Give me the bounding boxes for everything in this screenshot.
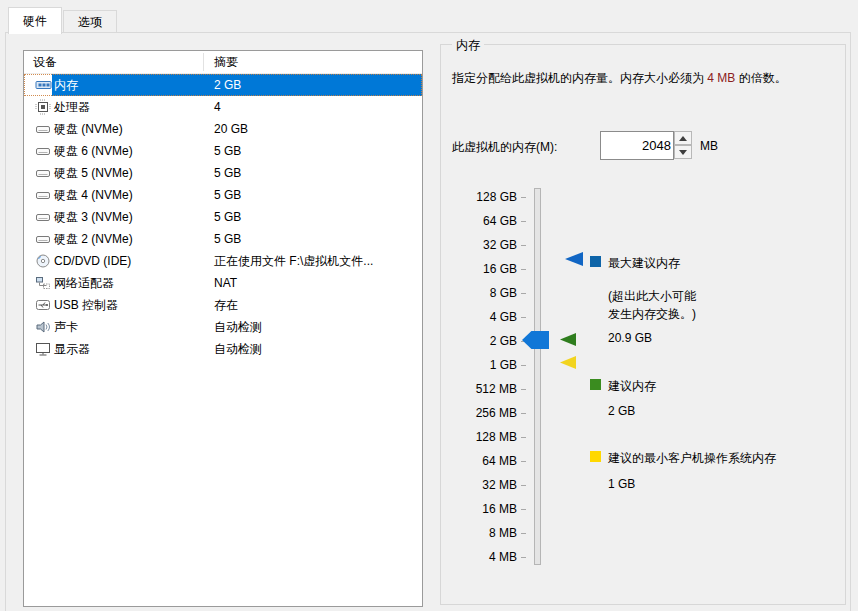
disk-icon — [24, 209, 52, 225]
device-summary: 5 GB — [204, 206, 422, 228]
scale-label: 128 GB — [476, 190, 517, 204]
device-name: 硬盘 2 (NVMe) — [52, 228, 204, 250]
table-row-disk4[interactable]: 硬盘 4 (NVMe) 5 GB — [24, 184, 422, 206]
table-row-disk6[interactable]: 硬盘 6 (NVMe) 5 GB — [24, 140, 422, 162]
tick-mark — [521, 437, 526, 438]
up-arrow-icon — [679, 136, 687, 141]
device-name: USB 控制器 — [52, 294, 204, 316]
device-summary: 正在使用文件 F:\虚拟机文件... — [204, 250, 422, 272]
disk-icon — [24, 121, 52, 137]
scale-label: 64 GB — [483, 214, 517, 228]
table-row-disk5[interactable]: 硬盘 5 (NVMe) 5 GB — [24, 162, 422, 184]
min-memory-value: 1 GB — [608, 477, 635, 491]
max-memory-label: 最大建议内存 — [608, 255, 680, 272]
memory-group-title: 内存 — [452, 38, 484, 52]
display-icon — [24, 341, 52, 357]
table-row-disk[interactable]: 硬盘 (NVMe) 20 GB — [24, 118, 422, 140]
tab-hardware[interactable]: 硬件 — [8, 7, 62, 34]
tick-mark — [521, 557, 526, 558]
column-header-device[interactable]: 设备 — [24, 53, 204, 71]
device-name: 硬盘 5 (NVMe) — [52, 162, 204, 184]
usb-icon — [24, 297, 52, 313]
tick-mark — [521, 293, 526, 294]
scale-label: 4 MB — [489, 550, 517, 564]
device-name: 声卡 — [52, 316, 204, 338]
tick-mark — [521, 317, 526, 318]
down-arrow-icon — [679, 150, 687, 155]
tick-mark — [521, 197, 526, 198]
tick-mark — [521, 389, 526, 390]
table-row-disk2[interactable]: 硬盘 2 (NVMe) 5 GB — [24, 228, 422, 250]
cpu-icon — [24, 99, 52, 115]
disk-icon — [24, 143, 52, 159]
table-row-memory[interactable]: 内存 2 GB — [24, 74, 422, 96]
table-row-display[interactable]: 显示器 自动检测 — [24, 338, 422, 360]
scale-tick: 64 MB — [440, 449, 526, 473]
table-row-usb[interactable]: USB 控制器 存在 — [24, 294, 422, 316]
scale-label: 16 GB — [483, 262, 517, 276]
tick-mark — [521, 461, 526, 462]
scale-label: 8 MB — [489, 526, 517, 540]
tick-mark — [521, 533, 526, 534]
spin-down-button[interactable] — [674, 145, 692, 159]
column-header-summary[interactable]: 摘要 — [204, 53, 238, 71]
device-summary: 20 GB — [204, 118, 422, 140]
memory-size-input[interactable] — [605, 133, 671, 158]
device-table: 设备 摘要 内存 2 GB 处理器 4 硬盘 (NVMe) 20 GB — [23, 50, 423, 607]
ram-icon — [24, 77, 52, 93]
sound-icon — [24, 319, 52, 335]
description-highlight: 4 MB — [707, 71, 735, 85]
table-row-sound[interactable]: 声卡 自动检测 — [24, 316, 422, 338]
table-row-cdrom[interactable]: CD/DVD (IDE) 正在使用文件 F:\虚拟机文件... — [24, 250, 422, 272]
description-text: 指定分配给此虚拟机的内存量。内存大小必须为 — [452, 71, 707, 85]
tab-strip: 硬件 选项 — [0, 0, 858, 33]
memory-slider-track[interactable] — [534, 188, 541, 565]
device-summary: NAT — [204, 272, 422, 294]
device-name: 硬盘 3 (NVMe) — [52, 206, 204, 228]
recommended-memory-label: 建议内存 — [608, 378, 656, 395]
scale-label: 512 MB — [476, 382, 517, 396]
tab-options[interactable]: 选项 — [63, 10, 117, 33]
recommended-memory-value: 2 GB — [608, 404, 635, 418]
cd-icon — [24, 253, 52, 269]
memory-description: 指定分配给此虚拟机的内存量。内存大小必须为 4 MB 的倍数。 — [452, 68, 844, 89]
scale-label: 128 MB — [476, 430, 517, 444]
table-row-processors[interactable]: 处理器 4 — [24, 96, 422, 118]
memory-size-field — [600, 131, 674, 160]
scale-label: 2 GB — [490, 334, 517, 348]
max-memory-note: (超出此大小可能 — [608, 288, 696, 305]
recommended-memory-legend-icon — [590, 379, 601, 390]
device-name: 内存 — [52, 74, 204, 96]
scale-label: 32 MB — [482, 478, 517, 492]
disk-icon — [24, 165, 52, 181]
scale-tick: 256 MB — [440, 401, 526, 425]
scale-tick: 1 GB — [440, 353, 526, 377]
table-row-disk3[interactable]: 硬盘 3 (NVMe) 5 GB — [24, 206, 422, 228]
device-name: 显示器 — [52, 338, 204, 360]
tick-mark — [521, 485, 526, 486]
memory-size-label: 此虚拟机的内存(M): — [452, 139, 557, 156]
device-name: 硬盘 6 (NVMe) — [52, 140, 204, 162]
memory-scale: 128 GB 64 GB 32 GB 16 GB 8 GB 4 GB 2 GB … — [440, 185, 526, 569]
scale-tick: 2 GB — [440, 329, 526, 353]
device-name: 硬盘 4 (NVMe) — [52, 184, 204, 206]
scale-tick: 4 GB — [440, 305, 526, 329]
device-summary: 自动检测 — [204, 316, 422, 338]
device-summary: 存在 — [204, 294, 422, 316]
scale-tick: 32 GB — [440, 233, 526, 257]
device-summary: 自动检测 — [204, 338, 422, 360]
memory-unit-label: MB — [700, 139, 718, 153]
scale-label: 4 GB — [490, 310, 517, 324]
network-icon — [24, 275, 52, 291]
device-name: CD/DVD (IDE) — [52, 250, 204, 272]
spin-up-button[interactable] — [674, 131, 692, 145]
tick-mark — [521, 245, 526, 246]
max-memory-note: 发生内存交换。) — [608, 306, 696, 323]
scale-tick: 32 MB — [440, 473, 526, 497]
vm-settings-dialog: 硬件 选项 设备 摘要 内存 2 GB 处理器 4 硬盘 (NVMe — [0, 0, 858, 611]
scale-label: 64 MB — [482, 454, 517, 468]
max-memory-value: 20.9 GB — [608, 331, 652, 345]
min-memory-label: 建议的最小客户机操作系统内存 — [608, 450, 776, 467]
table-row-network[interactable]: 网络适配器 NAT — [24, 272, 422, 294]
scale-label: 1 GB — [490, 358, 517, 372]
